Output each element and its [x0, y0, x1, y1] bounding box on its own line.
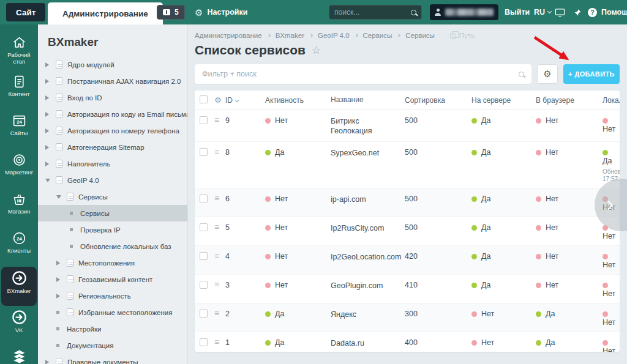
drag-handle-icon[interactable]: ≡ [214, 148, 225, 155]
rail-item-bxmaker[interactable]: BXmaker [1, 267, 37, 306]
rail-item-clients[interactable]: 24 Клиенты [1, 228, 37, 267]
breadcrumb-item[interactable]: Сервисы [405, 32, 435, 39]
column-name[interactable]: Название [331, 95, 405, 105]
rail-item-sites[interactable]: 24 Сайты [1, 110, 37, 149]
bullet-icon [70, 245, 73, 248]
table-row[interactable]: ≡2ДаЯндекс300НетДаНет [195, 303, 620, 332]
sidebar-item[interactable]: Избранные местоположения [38, 304, 187, 321]
topbar-search-input[interactable] [334, 8, 411, 17]
column-activity[interactable]: Активность [265, 96, 331, 105]
sidebar-item[interactable]: Сервисы [38, 205, 187, 221]
sidebar-item[interactable]: Наполнитель [38, 155, 187, 172]
breadcrumb-item[interactable]: GeoIP 4.0 [318, 32, 350, 39]
breadcrumb-item[interactable]: Администрирование [195, 32, 262, 39]
tree-expand-icon[interactable] [56, 277, 60, 282]
sidebar-item[interactable]: Геозависимый контент [38, 271, 187, 288]
sidebar-item[interactable]: Вход по ID [38, 89, 187, 106]
tree-expand-icon[interactable] [56, 261, 60, 266]
search-icon[interactable] [411, 10, 416, 15]
breadcrumb-item[interactable]: Сервисы [363, 32, 392, 39]
table-row[interactable]: ≡4НетIp2GeoLocation.com420ДаНетНет [195, 246, 620, 275]
drag-handle-icon[interactable]: ≡ [214, 195, 225, 202]
tree-expand-icon[interactable] [45, 162, 49, 166]
tree-expand-icon[interactable] [45, 128, 49, 133]
sidebar-item[interactable]: Проверка IP [38, 221, 187, 238]
tree-expand-icon[interactable] [45, 360, 49, 364]
pin-button[interactable] [574, 0, 582, 24]
row-checkbox[interactable] [200, 116, 208, 124]
tree-expand-icon[interactable] [45, 95, 49, 100]
rail-item-desktop[interactable]: Рабочий стол [1, 32, 37, 71]
rail-item-vk[interactable]: VK [1, 306, 37, 345]
drag-handle-icon[interactable]: ≡ [214, 281, 225, 288]
sidebar-item[interactable]: Авторизация по номеру телефона [38, 122, 187, 139]
row-checkbox[interactable] [200, 310, 208, 318]
rail-item-layers[interactable] [1, 345, 37, 364]
table-row[interactable]: ≡9НетБитрикс Геолокация500ДаНетНет [195, 110, 620, 142]
help-button[interactable]: ? Помощь [588, 0, 627, 24]
search-icon[interactable] [519, 72, 524, 77]
column-local[interactable]: Локальн [603, 96, 620, 105]
column-server[interactable]: На сервере [471, 96, 536, 105]
column-sort[interactable]: Сортировка [405, 96, 471, 105]
chevron-right-icon [397, 34, 400, 37]
drag-handle-icon[interactable]: ≡ [214, 116, 225, 124]
rail-item-content[interactable]: Контент [1, 71, 37, 110]
notifications-badge[interactable]: 5 [157, 5, 185, 20]
sidebar-item[interactable]: Документация [38, 337, 187, 354]
sidebar-item[interactable]: Автогенерация Sitemap [38, 139, 187, 155]
language-selector[interactable]: RU [534, 0, 551, 24]
sidebar-item[interactable]: GeoIP 4.0 [38, 172, 187, 188]
tab-site[interactable]: Сайт [6, 3, 45, 21]
path-chip[interactable]: Путь [450, 32, 475, 39]
row-checkbox[interactable] [200, 338, 208, 346]
table-row[interactable]: ≡8ДаSypexGeo.net500ДаНетДаОбновлен 17:57… [195, 142, 620, 188]
row-checkbox[interactable] [200, 148, 208, 156]
tree-collapse-icon[interactable] [56, 195, 61, 199]
rail-item-marketing[interactable]: Маркетинг [1, 149, 37, 188]
topbar-settings-button[interactable]: ⚙ Настройки [195, 0, 247, 24]
logout-button[interactable]: Выйти [505, 0, 530, 24]
drag-handle-icon[interactable]: ≡ [214, 310, 225, 317]
sidebar-item[interactable]: Авторизация по коду из Email письма [38, 106, 187, 122]
tree-expand-icon[interactable] [45, 62, 49, 67]
grid-settings-button[interactable]: ⚙ [537, 64, 558, 84]
sidebar-item[interactable]: Сервисы [38, 188, 187, 205]
column-browser[interactable]: В браузере [536, 96, 603, 105]
sidebar-item[interactable]: Региональность [38, 288, 187, 304]
breadcrumb-item[interactable]: BXmaker [276, 32, 304, 39]
hotkeys-button[interactable] [555, 0, 565, 24]
tree-expand-icon[interactable] [45, 79, 49, 84]
tree-collapse-icon[interactable] [45, 179, 50, 182]
row-checkbox[interactable] [200, 281, 208, 289]
row-checkbox[interactable] [200, 252, 208, 260]
sidebar-item[interactable]: Правовые документы [38, 354, 187, 364]
sidebar-item[interactable]: Настройки [38, 321, 187, 337]
tree-expand-icon[interactable] [45, 145, 49, 150]
filter-search-input[interactable] [202, 70, 519, 78]
table-row[interactable]: ≡1ДаDadata.ru400НетДаНет [195, 332, 620, 352]
column-id[interactable]: ID [225, 96, 265, 105]
table-row[interactable]: ≡5НетIp2RusCity.com500ДаНетНет [195, 217, 620, 246]
tab-administration[interactable]: Администрирование [48, 2, 163, 24]
row-checkbox[interactable] [200, 223, 208, 231]
table-row[interactable]: ≡6Нетip-api.com500ДаНетНет [195, 188, 620, 217]
user-badge[interactable] [430, 4, 498, 20]
rail-item-shop[interactable]: Магазин [1, 188, 37, 228]
sidebar-item[interactable]: Местоположения [38, 254, 187, 271]
sidebar-item[interactable]: Постраничная AJAX навигация 2.0 [38, 73, 187, 89]
sidebar-item[interactable]: Обновление локальных баз [38, 238, 187, 254]
table-row[interactable]: ≡3НетGeoPlugin.com410ДаНетНет [195, 275, 620, 303]
sidebar-item[interactable]: Ядро модулей [38, 56, 187, 73]
add-button[interactable]: + ДОБАВИТЬ [563, 64, 620, 84]
row-checkbox[interactable] [200, 195, 208, 202]
favorite-star-icon[interactable]: ☆ [312, 44, 321, 57]
select-all-checkbox[interactable] [200, 95, 208, 103]
cell-local: Нет [603, 116, 620, 133]
drag-handle-icon[interactable]: ≡ [214, 252, 225, 259]
drag-handle-icon[interactable]: ≡ [214, 223, 225, 231]
tree-expand-icon[interactable] [56, 294, 60, 299]
tree-expand-icon[interactable] [45, 112, 49, 117]
drag-handle-icon[interactable]: ≡ [214, 338, 225, 346]
column-settings-gear-icon[interactable]: ⚙ [214, 95, 222, 105]
